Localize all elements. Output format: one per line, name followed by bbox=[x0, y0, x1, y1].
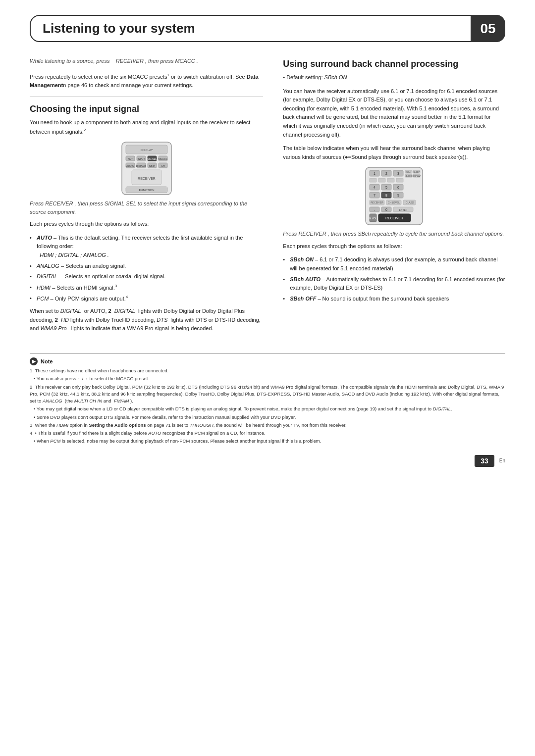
note-line-4: 4 • This is useful if you find there is … bbox=[30, 430, 505, 437]
note-section: ▶ Note 1 These settings have no effect w… bbox=[30, 353, 505, 445]
svg-text:1: 1 bbox=[374, 172, 375, 175]
sbch-bullets: SBch ON – 6.1 or 7.1 decoding is always … bbox=[283, 255, 505, 303]
choosing-title: Choosing the input signal bbox=[30, 104, 263, 114]
svg-text:9: 9 bbox=[397, 194, 399, 197]
svg-text:ANT: ANT bbox=[128, 157, 133, 160]
right-column: Using surround back channel processing •… bbox=[283, 57, 505, 338]
page-title: Listening to your system bbox=[43, 21, 492, 36]
bullet-pcm: PCM – Only PCM signals are output.4 bbox=[30, 294, 263, 303]
svg-text:MCACC: MCACC bbox=[158, 157, 167, 160]
page-container: Listening to your system 05 While listen… bbox=[0, 0, 535, 756]
svg-text:SLEEP: SLEEP bbox=[414, 171, 420, 173]
page-lang: En bbox=[499, 458, 505, 463]
note-line-2c: • Some DVD players don't output DTS sign… bbox=[30, 414, 505, 421]
svg-text:4: 4 bbox=[374, 186, 375, 189]
svg-text:7: 7 bbox=[374, 194, 375, 197]
page-number-area: 33 En bbox=[30, 455, 505, 467]
bullet-sbch-off: SBch OFF – No sound is output from the s… bbox=[283, 295, 505, 303]
input-bullets: AUTO – This is the default setting. The … bbox=[30, 234, 263, 303]
svg-rect-39 bbox=[378, 178, 385, 182]
bullet-sbch-on: SBch ON – 6.1 or 7.1 decoding is always … bbox=[283, 255, 505, 273]
svg-text:SBch: SBch bbox=[406, 171, 411, 173]
default-setting: • Default setting: SBch ON bbox=[283, 73, 505, 82]
svg-text:M.VOL: M.VOL bbox=[369, 217, 377, 220]
left-column: While listening to a source, press RECEI… bbox=[30, 57, 263, 338]
svg-text:SBch: SBch bbox=[149, 164, 155, 167]
intro-text: While listening to a source, press RECEI… bbox=[30, 57, 263, 65]
svg-text:DISPLAY: DISPLAY bbox=[136, 164, 146, 167]
svg-text:RECEIVER: RECEIVER bbox=[385, 216, 403, 220]
svg-text:FUNCTION: FUNCTION bbox=[139, 189, 154, 192]
cycle-text-2: Each press cycles through the options as… bbox=[283, 242, 505, 251]
intro-body: Press repeatedly to select one of the si… bbox=[30, 72, 263, 90]
bullet-analog: ANALOG – Selects an analog signal. bbox=[30, 262, 263, 271]
note-line-1: 1 These settings have no effect when hea… bbox=[30, 367, 505, 374]
main-content: While listening to a source, press RECEI… bbox=[30, 57, 505, 338]
bullet-hdmi: HDMI – Selects an HDMI signal.3 bbox=[30, 283, 263, 292]
note-icon: ▶ bbox=[30, 357, 38, 365]
svg-rect-40 bbox=[387, 178, 394, 182]
svg-text:SIG SEL: SIG SEL bbox=[147, 157, 157, 160]
header-bar: Listening to your system 05 bbox=[30, 15, 505, 42]
svg-text:3: 3 bbox=[397, 172, 399, 175]
svg-text:RECEIVER: RECEIVER bbox=[138, 177, 156, 180]
caption-2: Press RECEIVER , then press SBch repeate… bbox=[283, 230, 505, 238]
page-number: 33 bbox=[475, 455, 494, 467]
remote-image-right: 1 2 3 SBch SLEEP AUDIO DISPLAY bbox=[283, 166, 505, 226]
surround-title: Using surround back channel processing bbox=[283, 59, 505, 69]
bullet-auto: AUTO – This is the default setting. The … bbox=[30, 234, 263, 260]
digital-auto-text: When set to DIGITAL or AUTO, 2 DIGITAL l… bbox=[30, 307, 263, 333]
note-label: Note bbox=[41, 358, 53, 364]
remote-svg-left: DISPLAY ANT INPUT SIG SEL MCACC AUDIO DI… bbox=[107, 141, 186, 196]
bullet-sbch-auto: SBch AUTO – Automatically switches to 6.… bbox=[283, 275, 505, 293]
svg-rect-38 bbox=[370, 178, 376, 182]
svg-text:RECEIVER: RECEIVER bbox=[371, 201, 383, 204]
svg-text:.: . bbox=[374, 208, 375, 211]
svg-text:2: 2 bbox=[385, 172, 387, 175]
svg-text:INPUT: INPUT bbox=[137, 157, 145, 160]
note-line-4b: • When PCM is selected, noise may be out… bbox=[30, 438, 505, 445]
section-divider-1 bbox=[30, 97, 263, 97]
bullet-digital: DIGITAL – Selects an optical or coaxial … bbox=[30, 272, 263, 281]
surround-body2: The table below indicates when you will … bbox=[283, 144, 505, 161]
svg-text:ENTER: ENTER bbox=[399, 208, 408, 211]
svg-text:5: 5 bbox=[385, 186, 387, 189]
note-line-3: 3 When the HDMI option in Setting the Au… bbox=[30, 422, 505, 429]
svg-text:DISPLAY: DISPLAY bbox=[140, 149, 153, 151]
chapter-badge: 05 bbox=[471, 15, 505, 42]
svg-text:CLASS: CLASS bbox=[406, 201, 414, 204]
svg-text:0: 0 bbox=[385, 208, 387, 211]
svg-text:DISPLAY: DISPLAY bbox=[413, 175, 421, 177]
svg-rect-41 bbox=[396, 178, 403, 182]
svg-text:CH LEVEL: CH LEVEL bbox=[388, 201, 400, 204]
choosing-body: You need to hook up a component to both … bbox=[30, 118, 263, 136]
note-header: ▶ Note bbox=[30, 357, 505, 365]
svg-text:6: 6 bbox=[397, 186, 399, 189]
svg-text:AUDIO: AUDIO bbox=[406, 175, 412, 177]
note-line-2b: • You may get digital noise when a LD or… bbox=[30, 405, 505, 412]
svg-text:CH: CH bbox=[161, 164, 165, 167]
surround-body1: You can have the receiver automatically … bbox=[283, 87, 505, 140]
caption-1: Press RECEIVER , then press SIGNAL SEL t… bbox=[30, 200, 263, 216]
svg-text:AUDIO: AUDIO bbox=[126, 164, 134, 167]
svg-text:8: 8 bbox=[385, 194, 387, 197]
note-line-1b: • You can also press ←/→ to select the M… bbox=[30, 375, 505, 382]
cycle-text: Each press cycles through the options as… bbox=[30, 220, 263, 229]
remote-image-left: DISPLAY ANT INPUT SIG SEL MCACC AUDIO DI… bbox=[30, 141, 263, 196]
note-line-2: 2 This receiver can only play back Dolby… bbox=[30, 384, 505, 405]
remote-svg-right: 1 2 3 SBch SLEEP AUDIO DISPLAY bbox=[351, 166, 437, 226]
